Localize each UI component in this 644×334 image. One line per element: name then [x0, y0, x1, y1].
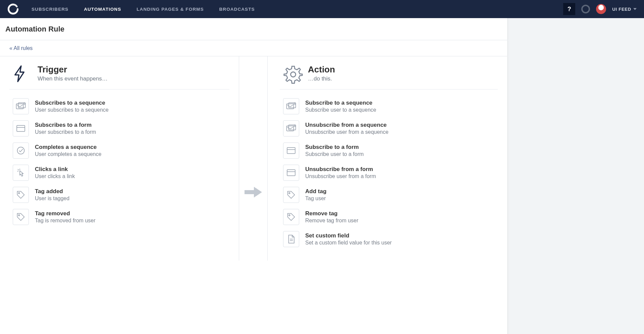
rule-builder: Trigger When this event happens… Subscri… [0, 56, 507, 261]
form-icon [283, 143, 299, 159]
trigger-option[interactable]: Subscribes to a sequenceUser subscribes … [13, 98, 229, 114]
status-ring-icon [581, 5, 590, 13]
action-option-title: Subscribe to a sequence [305, 99, 376, 106]
right-gutter [507, 18, 644, 334]
user-name: UI FEED [612, 7, 631, 12]
trigger-option[interactable]: Completes a sequenceUser completes a seq… [13, 143, 229, 159]
doc-icon [283, 231, 299, 247]
action-option-title: Unsubscribe from a sequence [305, 121, 388, 128]
trigger-option-title: Clicks a link [35, 166, 75, 173]
user-menu[interactable]: UI FEED [612, 7, 637, 12]
column-divider [239, 56, 268, 261]
arrow-right-icon [244, 185, 263, 199]
svg-point-17 [294, 125, 296, 127]
page-title: Automation Rule [5, 25, 64, 34]
svg-point-23 [289, 215, 290, 216]
action-option[interactable]: Subscribe to a sequenceSubscribe user to… [283, 98, 498, 114]
action-option-desc: Unsubscribe user from a form [305, 173, 376, 180]
form-icon [13, 120, 29, 136]
action-option-desc: Subscribe user to a form [305, 151, 364, 158]
trigger-option-title: Tag added [35, 188, 69, 195]
lightning-bolt-icon [13, 64, 26, 83]
trigger-list: Subscribes to a sequenceUser subscribes … [9, 98, 229, 225]
trigger-option-desc: User clicks a link [35, 173, 75, 180]
nav-links: SUBSCRIBERS AUTOMATIONS LANDING PAGES & … [32, 7, 255, 12]
tag-icon [283, 187, 299, 203]
action-option-title: Unsubscribe from a form [305, 166, 376, 173]
svg-point-11 [291, 72, 296, 77]
svg-line-8 [18, 169, 19, 170]
trigger-option[interactable]: Subscribes to a formUser subscribes to a… [13, 120, 229, 136]
action-icon [283, 64, 299, 83]
svg-point-2 [24, 103, 25, 105]
gear-icon [283, 64, 303, 85]
chevron-down-icon [633, 8, 637, 10]
nav-broadcasts[interactable]: BROADCASTS [219, 7, 255, 12]
trigger-heading: Trigger [38, 64, 108, 75]
svg-point-14 [294, 103, 296, 105]
check-icon [13, 143, 29, 159]
svg-rect-20 [287, 170, 295, 176]
tag-icon [13, 187, 29, 203]
sequence-icon [283, 120, 299, 136]
trigger-option-title: Tag removed [35, 210, 96, 217]
svg-point-5 [17, 147, 24, 154]
top-nav: SUBSCRIBERS AUTOMATIONS LANDING PAGES & … [0, 0, 644, 18]
action-option[interactable]: Subscribe to a formSubscribe user to a f… [283, 143, 498, 159]
action-option-title: Set custom field [305, 232, 392, 239]
click-icon [13, 165, 29, 181]
action-option[interactable]: Add tagTag user [283, 187, 498, 203]
breadcrumb-bar: « All rules [0, 40, 507, 56]
svg-point-22 [289, 192, 290, 194]
trigger-option-title: Subscribes to a sequence [35, 99, 109, 106]
action-option-title: Add tag [305, 188, 326, 195]
nav-subscribers[interactable]: SUBSCRIBERS [32, 7, 68, 12]
back-all-rules-link[interactable]: « All rules [9, 45, 33, 51]
action-option-desc: Tag user [305, 195, 326, 202]
trigger-column: Trigger When this event happens… Subscri… [0, 56, 239, 261]
trigger-subheading: When this event happens… [38, 75, 108, 82]
action-column: Action …do this. Subscribe to a sequence… [268, 56, 507, 261]
sequence-icon [283, 98, 299, 114]
svg-rect-18 [287, 148, 295, 154]
page-header: Automation Rule [0, 18, 507, 40]
action-option[interactable]: Unsubscribe from a formUnsubscribe user … [283, 165, 498, 181]
svg-point-9 [18, 192, 20, 194]
logo-icon [7, 3, 19, 15]
svg-rect-3 [17, 125, 25, 131]
trigger-option[interactable]: Clicks a linkUser clicks a link [13, 165, 229, 181]
trigger-option-title: Subscribes to a form [35, 121, 96, 128]
action-option[interactable]: Set custom fieldSet a custom field value… [283, 231, 498, 247]
action-option-title: Subscribe to a form [305, 144, 364, 151]
avatar[interactable] [596, 4, 606, 14]
help-button[interactable]: ? [563, 3, 575, 15]
action-option-title: Remove tag [305, 210, 358, 217]
action-heading: Action [308, 64, 335, 75]
trigger-icon [13, 64, 29, 83]
action-option-desc: Set a custom field value for this user [305, 239, 392, 246]
trigger-option-desc: Tag is removed from user [35, 217, 96, 224]
trigger-option-desc: User completes a sequence [35, 151, 101, 158]
tag-icon [13, 209, 29, 225]
form-icon [283, 165, 299, 181]
nav-automations[interactable]: AUTOMATIONS [84, 7, 121, 12]
sequence-icon [13, 98, 29, 114]
trigger-option-title: Completes a sequence [35, 144, 101, 151]
tag-icon [283, 209, 299, 225]
action-option-desc: Remove tag from user [305, 217, 358, 224]
action-option[interactable]: Remove tagRemove tag from user [283, 209, 498, 225]
action-option-desc: Subscribe user to a sequence [305, 107, 376, 113]
trigger-option[interactable]: Tag removedTag is removed from user [13, 209, 229, 225]
action-subheading: …do this. [308, 75, 335, 82]
trigger-option-desc: User is tagged [35, 195, 69, 202]
trigger-option-desc: User subscribes to a form [35, 129, 96, 135]
svg-point-10 [18, 215, 20, 216]
trigger-option-desc: User subscribes to a sequence [35, 107, 109, 113]
nav-landing[interactable]: LANDING PAGES & FORMS [137, 7, 204, 12]
action-option[interactable]: Unsubscribe from a sequenceUnsubscribe u… [283, 120, 498, 136]
trigger-option[interactable]: Tag addedUser is tagged [13, 187, 229, 203]
logo[interactable] [7, 3, 19, 15]
action-option-desc: Unsubscribe user from a sequence [305, 129, 388, 135]
action-list: Subscribe to a sequenceSubscribe user to… [280, 98, 498, 247]
